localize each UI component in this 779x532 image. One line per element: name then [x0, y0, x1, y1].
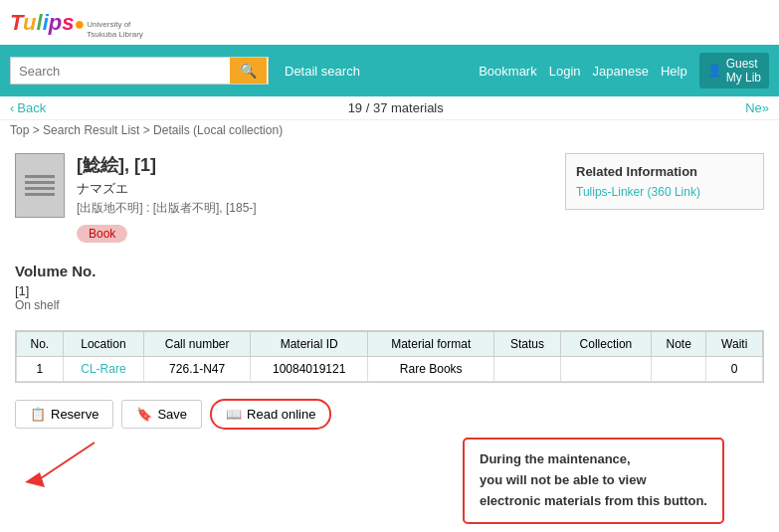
col-collection: Collection [560, 332, 651, 357]
bookmark-icon: 🔖 [136, 407, 152, 422]
book-tag: Book [77, 225, 127, 243]
cell-call-number: 726.1-N47 [144, 357, 251, 382]
breadcrumb-row: ‹ Back 19 / 37 materials Ne» [0, 96, 779, 120]
search-bar-row: 🔍 Detail search Bookmark Login Japanese … [0, 45, 779, 96]
cell-waiting: 0 [706, 357, 763, 382]
reserve-button[interactable]: 📋 Reserve [15, 400, 113, 429]
search-input[interactable] [11, 58, 230, 84]
main-content: [鯰絵], [1] ナマズエ [出版地不明] : [出版者不明], [185-]… [0, 143, 779, 253]
book-publisher: [出版地不明] : [出版者不明], [185-] [77, 200, 257, 217]
user-icon: 👤 [707, 64, 722, 78]
japanese-link[interactable]: Japanese [593, 64, 649, 79]
detail-search-link[interactable]: Detail search [285, 64, 360, 79]
breadcrumb-path: Top > Search Result List > Details (Loca… [0, 120, 779, 143]
logo-subtitle: University of Tsukuba Library [87, 20, 142, 39]
svg-marker-1 [25, 472, 45, 487]
volume-section: Volume No. [1] On shelf [0, 253, 779, 322]
col-note: Note [652, 332, 706, 357]
user-button[interactable]: 👤 Guest My Lib [699, 53, 769, 89]
cell-collection [560, 357, 651, 382]
arrow-spacer [15, 438, 284, 490]
related-info-title: Related Information [576, 164, 753, 179]
table-wrap: No. Location Call number Material ID Mat… [15, 330, 764, 383]
read-online-button[interactable]: 📖 Read online [210, 399, 331, 430]
arrow-svg [15, 438, 124, 487]
table-section: No. Location Call number Material ID Mat… [0, 330, 779, 383]
volume-value: [1] [15, 283, 764, 298]
book-info: [鯰絵], [1] ナマズエ [出版地不明] : [出版者不明], [185-]… [77, 153, 257, 243]
next-link[interactable]: Ne» [745, 100, 769, 115]
annotation-line3: electronic materials from this button. [480, 491, 707, 512]
annotation-row: During the maintenance, you will not be … [0, 438, 779, 532]
read-icon: 📖 [226, 407, 242, 422]
action-buttons: 📋 Reserve 🔖 Save 📖 Read online [0, 391, 779, 438]
tulips-linker-link[interactable]: Tulips-Linker (360 Link) [576, 185, 700, 199]
svg-line-0 [35, 443, 95, 482]
search-button[interactable]: 🔍 [230, 58, 267, 84]
col-location: Location [63, 332, 144, 357]
book-thumbnail [15, 153, 65, 218]
my-lib-label: My Lib [726, 71, 761, 85]
cell-material-id: 10084019121 [251, 357, 368, 382]
header: Tulips● University of Tsukuba Library [0, 0, 779, 45]
col-call-number: Call number [144, 332, 251, 357]
annotation-line2: you will not be able to view [480, 470, 707, 491]
col-status: Status [494, 332, 561, 357]
detail-left: [鯰絵], [1] ナマズエ [出版地不明] : [出版者不明], [185-]… [15, 153, 550, 243]
back-link[interactable]: ‹ Back [10, 100, 46, 115]
help-link[interactable]: Help [661, 64, 687, 79]
action-annotation-area: 📋 Reserve 🔖 Save 📖 Read online During th… [0, 391, 779, 532]
pager: 19 / 37 materials [46, 100, 745, 115]
book-title: [鯰絵], [1] [77, 153, 257, 177]
nav-links: Bookmark Login Japanese Help 👤 Guest My … [479, 53, 769, 89]
logo-area: Tulips● University of Tsukuba Library [10, 6, 143, 39]
col-waiting: Waiti [706, 332, 763, 357]
col-material-format: Material format [368, 332, 494, 357]
book-author: ナマズエ [77, 180, 257, 198]
cell-location: CL-Rare [63, 357, 144, 382]
related-info-panel: Related Information Tulips-Linker (360 L… [565, 153, 764, 210]
on-shelf-status: On shelf [15, 298, 764, 312]
reserve-icon: 📋 [30, 407, 46, 422]
login-link[interactable]: Login [549, 64, 581, 79]
bookmark-link[interactable]: Bookmark [479, 64, 537, 79]
materials-table: No. Location Call number Material ID Mat… [16, 331, 763, 382]
user-name: Guest [726, 57, 761, 71]
col-material-id: Material ID [251, 332, 368, 357]
cell-format: Rare Books [368, 357, 494, 382]
annotation-line1: During the maintenance, [480, 449, 707, 470]
table-row: 1 CL-Rare 726.1-N47 10084019121 Rare Boo… [17, 357, 763, 382]
book-header: [鯰絵], [1] ナマズエ [出版地不明] : [出版者不明], [185-]… [15, 153, 550, 243]
cell-status [494, 357, 561, 382]
cell-no: 1 [17, 357, 64, 382]
logo-text: Tulips● [10, 10, 85, 36]
annotation-box: During the maintenance, you will not be … [463, 438, 724, 523]
search-input-wrap: 🔍 [10, 57, 269, 85]
save-button[interactable]: 🔖 Save [121, 400, 202, 429]
col-no: No. [17, 332, 64, 357]
cell-note [652, 357, 706, 382]
volume-section-title: Volume No. [15, 263, 764, 279]
